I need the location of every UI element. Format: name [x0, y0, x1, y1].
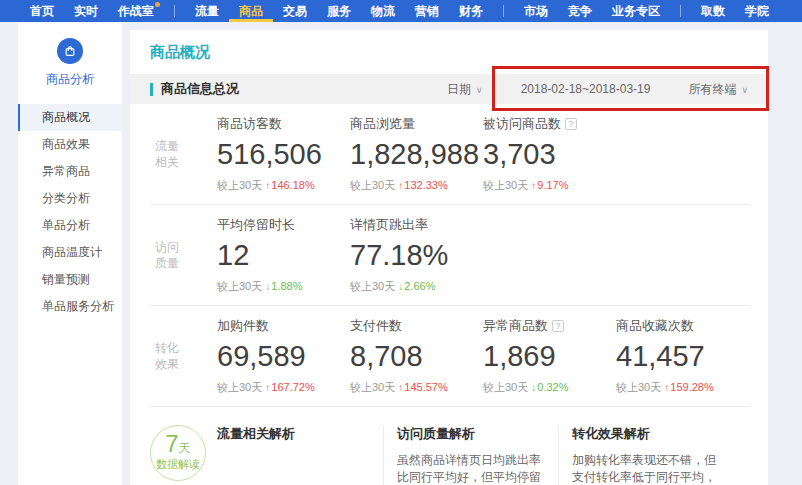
- chevron-down-icon: ∨: [476, 85, 483, 95]
- date-range-picker[interactable]: 2018-02-18~2018-03-19: [521, 82, 651, 96]
- nav-item-home[interactable]: 首页: [30, 0, 54, 22]
- sidebar-item-abnormal-products[interactable]: 异常商品: [18, 158, 122, 185]
- metric-value: 41,457: [616, 340, 749, 373]
- arrow-down-icon: ↓: [265, 281, 270, 292]
- top-navigation: 首页 实时 作战室 流量 商品 交易 服务 物流 营销 财务 市场 竞争 业务专…: [0, 0, 802, 22]
- metric-group-label: 访问质量: [155, 239, 217, 271]
- metric-label: 异常商品数?: [483, 317, 616, 335]
- insight-title: 流量相关解析: [217, 425, 383, 443]
- sidebar-item-sales-forecast[interactable]: 销量预测: [18, 266, 122, 293]
- arrow-up-icon: ↑: [398, 180, 403, 191]
- sidebar-item-product-service-analysis[interactable]: 单品服务分析: [18, 293, 122, 320]
- insight-title: 转化效果解析: [572, 425, 733, 443]
- nav-item-products[interactable]: 商品: [239, 0, 263, 22]
- sidebar-item-single-product-analysis[interactable]: 单品分析: [18, 212, 122, 239]
- metric-change: 较上30天 ↑9.17%: [483, 178, 616, 193]
- metric-change: 较上30天 ↓0.32%: [483, 380, 616, 395]
- sidebar-item-product-thermometer[interactable]: 商品温度计: [18, 239, 122, 266]
- metric-label: 加购件数: [217, 317, 350, 335]
- metric-label: 商品访客数: [217, 115, 350, 133]
- seven-day-badge: 7天 数据解读: [150, 425, 206, 481]
- metric-visited-products: 被访问商品数? 3,703 较上30天 ↑9.17%: [483, 115, 616, 193]
- nav-divider: [503, 5, 504, 17]
- insight-visit-quality: 访问质量解析 虽然商品详情页日均跳出率比同行平均好，但平均停留时间低于同行平均，…: [383, 425, 558, 485]
- sidebar-menu: 商品概况 商品效果 异常商品 分类分析 单品分析 商品温度计 销量预测 单品服务…: [18, 104, 122, 320]
- metric-value: 69,589: [217, 340, 350, 373]
- metric-label: 支付件数: [350, 317, 483, 335]
- arrow-up-icon: ↑: [265, 382, 270, 393]
- metric-paid-items: 支付件数 8,708 较上30天 ↑145.57%: [350, 317, 483, 395]
- metric-abnormal-products: 异常商品数? 1,869 较上30天 ↓0.32%: [483, 317, 616, 395]
- insight-text: 加购转化率表现还不错，但支付转化率低于同行平均，赶快到异常商品并结合使用商品温度…: [572, 452, 722, 485]
- metric-group-label: 流量相关: [155, 138, 217, 170]
- arrow-up-icon: ↑: [664, 382, 669, 393]
- data-interpretation-badge: 7天 数据解读: [150, 425, 217, 485]
- metric-change: 较上30天 ↑145.57%: [350, 380, 483, 395]
- metric-group-label: 转化效果: [155, 340, 217, 372]
- section-title: 商品信息总况: [150, 80, 239, 98]
- metric-value: 3,703: [483, 138, 616, 171]
- nav-item-finance[interactable]: 财务: [459, 0, 483, 22]
- page-title: 商品概况: [130, 30, 768, 74]
- sidebar-header: 商品分析: [18, 22, 122, 88]
- nav-item-business-zone[interactable]: 业务专区: [612, 0, 660, 22]
- metric-label: 详情页跳出率: [350, 216, 483, 234]
- arrow-up-icon: ↑: [265, 180, 270, 191]
- metric-value: 516,506: [217, 138, 350, 171]
- help-icon[interactable]: ?: [565, 118, 577, 130]
- metric-change: 较上30天 ↑146.18%: [217, 178, 350, 193]
- nav-item-academy[interactable]: 学院: [745, 0, 769, 22]
- metric-row-traffic: 流量相关 商品访客数 516,506 较上30天 ↑146.18% 商品浏览量 …: [150, 104, 750, 205]
- nav-item-competition[interactable]: 竞争: [568, 0, 592, 22]
- sidebar-group-label: 商品分析: [18, 71, 122, 88]
- metric-value: 1,869: [483, 340, 616, 373]
- metric-value: 1,828,988: [350, 138, 483, 171]
- insight-conversion: 转化效果解析 加购转化率表现还不错，但支付转化率低于同行平均，赶快到异常商品并结…: [558, 425, 733, 485]
- metric-label: 平均停留时长: [217, 216, 350, 234]
- metric-cart-adds: 加购件数 69,589 较上30天 ↑167.72%: [217, 317, 350, 395]
- terminal-dropdown[interactable]: 所有终端∨: [688, 81, 748, 98]
- arrow-down-icon: ↓: [531, 382, 536, 393]
- nav-item-war-room[interactable]: 作战室: [118, 0, 154, 22]
- metric-value: 77.18%: [350, 239, 483, 272]
- main-content: 商品概况 商品信息总况 日期∨ 2018-02-18~2018-03-19 所有…: [130, 30, 768, 485]
- metric-row-visit-quality: 访问质量 平均停留时长 12 较上30天 ↓1.88% 详情页跳出率 77.18…: [150, 205, 750, 306]
- metric-detail-bounce-rate: 详情页跳出率 77.18% 较上30天 ↓2.66%: [350, 216, 483, 294]
- nav-divider: [680, 5, 681, 17]
- insight-traffic: 流量相关解析: [217, 425, 383, 485]
- metric-product-favorites: 商品收藏次数 41,457 较上30天 ↑159.28%: [616, 317, 749, 395]
- notification-dot: [155, 2, 160, 7]
- shopping-bag-icon: [57, 38, 83, 64]
- metric-label: 商品浏览量: [350, 115, 483, 133]
- insight-text: 虽然商品详情页日均跳出率比同行平均好，但平均停留时间低于同行平均，请关注页面推荐…: [397, 452, 547, 485]
- nav-item-service[interactable]: 服务: [327, 0, 351, 22]
- nav-item-trade[interactable]: 交易: [283, 0, 307, 22]
- metric-value: 8,708: [350, 340, 483, 373]
- sidebar-item-category-analysis[interactable]: 分类分析: [18, 185, 122, 212]
- nav-divider: [174, 5, 175, 17]
- nav-item-data-fetch[interactable]: 取数: [701, 0, 725, 22]
- nav-item-realtime[interactable]: 实时: [74, 0, 98, 22]
- nav-item-marketing[interactable]: 营销: [415, 0, 439, 22]
- nav-item-logistics[interactable]: 物流: [371, 0, 395, 22]
- metric-change: 较上30天 ↓2.66%: [350, 279, 483, 294]
- metric-label: 被访问商品数?: [483, 115, 616, 133]
- metric-label: 商品收藏次数: [616, 317, 749, 335]
- metric-product-visitors: 商品访客数 516,506 较上30天 ↑146.18%: [217, 115, 350, 193]
- metric-change: 较上30天 ↑132.33%: [350, 178, 483, 193]
- arrow-down-icon: ↓: [398, 281, 403, 292]
- chevron-down-icon: ∨: [741, 85, 748, 95]
- sidebar-item-product-overview[interactable]: 商品概况: [18, 104, 122, 131]
- arrow-up-icon: ↑: [398, 382, 403, 393]
- metric-avg-stay-duration: 平均停留时长 12 较上30天 ↓1.88%: [217, 216, 350, 294]
- metric-change: 较上30天 ↑159.28%: [616, 380, 749, 395]
- date-type-dropdown[interactable]: 日期∨: [447, 81, 483, 98]
- nav-item-market[interactable]: 市场: [524, 0, 548, 22]
- help-icon[interactable]: ?: [552, 320, 564, 332]
- sidebar: 商品分析 商品概况 商品效果 异常商品 分类分析 单品分析 商品温度计 销量预测…: [18, 22, 122, 485]
- insight-title: 访问质量解析: [397, 425, 558, 443]
- metric-change: 较上30天 ↑167.72%: [217, 380, 350, 395]
- nav-item-traffic[interactable]: 流量: [195, 0, 219, 22]
- insights-section: 7天 数据解读 流量相关解析 访问质量解析 虽然商品详情页日均跳出率比同行平均好…: [130, 407, 768, 485]
- sidebar-item-product-effect[interactable]: 商品效果: [18, 131, 122, 158]
